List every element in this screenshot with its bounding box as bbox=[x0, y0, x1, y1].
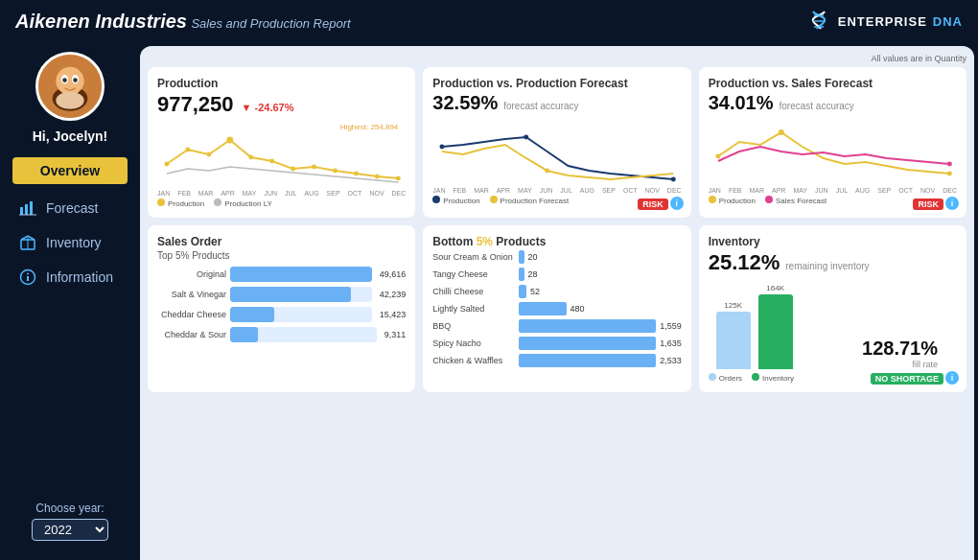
greeting: Hi, Jocelyn! bbox=[33, 128, 108, 144]
svg-point-31 bbox=[396, 175, 401, 180]
logo: ENTERPRISE DNA bbox=[805, 8, 963, 35]
inv-bar-orders-label: 125K bbox=[724, 301, 742, 310]
sidebar-item-forecast[interactable]: Forecast bbox=[17, 198, 123, 219]
chart-icon bbox=[17, 198, 38, 219]
so-val-original: 49,616 bbox=[380, 269, 407, 279]
bp-rows: Sour Cream & Onion 20 Tangy Cheese 28 Ch… bbox=[432, 250, 681, 367]
svg-point-38 bbox=[947, 171, 952, 175]
so-fill-cs bbox=[230, 327, 258, 342]
so-title: Sales Order bbox=[157, 235, 406, 248]
svg-point-32 bbox=[440, 145, 445, 150]
svg-point-8 bbox=[62, 78, 67, 82]
svg-point-28 bbox=[333, 168, 338, 173]
bp-row-bbq: BBQ 1,559 bbox=[432, 319, 681, 333]
main-content: All values are in Quantity Production 97… bbox=[140, 46, 974, 560]
logo-dna: DNA bbox=[933, 14, 963, 29]
bp-row-cw: Chicken & Waffles 2,533 bbox=[432, 354, 681, 367]
so-label-cc: Cheddar Cheese bbox=[157, 310, 226, 319]
sidebar-item-inventory[interactable]: Inventory bbox=[17, 232, 123, 253]
inv-bar-inventory bbox=[758, 294, 793, 369]
so-row-sv: Salt & Vinegar 42,239 bbox=[157, 287, 406, 302]
year-select[interactable]: 2022 2021 2020 bbox=[32, 519, 108, 541]
pvs-info-icon[interactable]: i bbox=[945, 197, 959, 210]
svg-point-24 bbox=[248, 154, 253, 159]
svg-rect-13 bbox=[30, 201, 33, 215]
pvf-sub: forecast accuracy bbox=[503, 101, 578, 111]
pvs-value: 34.01% bbox=[709, 92, 774, 114]
production-change: ▼ -24.67% bbox=[242, 102, 294, 113]
so-row-original: Original 49,616 bbox=[157, 267, 406, 282]
so-fill-original bbox=[230, 267, 372, 282]
info-circle-icon bbox=[17, 267, 38, 288]
inv-info-icon[interactable]: i bbox=[945, 371, 959, 385]
pvf-info-icon[interactable]: i bbox=[670, 197, 684, 210]
so-val-cs: 9,311 bbox=[384, 330, 407, 339]
pvs-title: Production vs. Sales Forecast bbox=[709, 77, 957, 90]
production-months: JANFEBMARAPRMAYJUNJULAUGSEPOCTNOVDEC bbox=[157, 190, 406, 197]
svg-point-23 bbox=[226, 137, 233, 144]
svg-point-27 bbox=[312, 164, 316, 169]
svg-point-26 bbox=[291, 166, 295, 171]
bp-row-chc: Chilli Cheese 52 bbox=[432, 285, 681, 298]
dna-icon bbox=[805, 8, 832, 35]
bottom-cards-row: Sales Order Top 5% Products Original 49,… bbox=[148, 225, 966, 392]
production-legend: Production Production LY bbox=[157, 198, 406, 208]
bp-row-tc: Tangy Cheese 28 bbox=[432, 268, 681, 281]
svg-point-30 bbox=[375, 174, 380, 178]
svg-rect-12 bbox=[25, 204, 28, 215]
bp-row-ls: Lightly Salted 480 bbox=[432, 302, 681, 315]
inventory-label: Inventory bbox=[46, 235, 102, 250]
svg-point-34 bbox=[671, 176, 676, 181]
bottom-products-card: Bottom 5% Products Sour Cream & Onion 20… bbox=[423, 225, 690, 392]
inv-value: 25.12% bbox=[709, 250, 780, 275]
svg-point-25 bbox=[269, 158, 274, 163]
inv-title: Inventory bbox=[709, 235, 957, 248]
pvf-value: 32.59% bbox=[432, 92, 498, 114]
so-track-sv bbox=[230, 287, 372, 302]
svg-point-20 bbox=[164, 161, 169, 166]
so-val-sv: 42,239 bbox=[380, 290, 407, 299]
so-label-original: Original bbox=[157, 269, 226, 279]
svg-point-36 bbox=[778, 129, 783, 135]
so-row-cc: Cheddar Cheese 15,423 bbox=[157, 307, 406, 322]
so-track-original bbox=[230, 267, 372, 282]
nav-overview[interactable]: Overview bbox=[12, 157, 128, 184]
pvf-title: Production vs. Production Forecast bbox=[432, 77, 681, 90]
brand-title: Aikenen Industries Sales and Production … bbox=[15, 11, 351, 33]
prod-vs-forecast-card: Production vs. Production Forecast 32.59… bbox=[423, 67, 690, 218]
so-fill-cc bbox=[230, 307, 274, 322]
svg-point-39 bbox=[947, 161, 952, 166]
bp-row-sco: Sour Cream & Onion 20 bbox=[432, 250, 681, 264]
sales-order-card: Sales Order Top 5% Products Original 49,… bbox=[148, 225, 415, 392]
svg-point-21 bbox=[185, 148, 190, 152]
top-cards-row: Production 977,250 ▼ -24.67% Highest: 25… bbox=[148, 67, 966, 218]
so-label-sv: Salt & Vinegar bbox=[157, 290, 226, 299]
forecast-label: Forecast bbox=[46, 200, 98, 216]
brand-name: Aikenen Industries bbox=[15, 11, 187, 32]
pvf-months: JANFEBMARAPRMAYJUNJULAUGSEPOCTNOVDEC bbox=[432, 187, 681, 194]
pvf-chart bbox=[432, 118, 681, 185]
pvs-sub: forecast accuracy bbox=[780, 101, 854, 111]
inventory-card: Inventory 25.12% remaining inventory 125… bbox=[699, 225, 966, 392]
highest-label: Highest: 254,894 bbox=[340, 123, 399, 131]
report-subtitle: Sales and Production Report bbox=[191, 16, 350, 31]
disclaimer: All values are in Quantity bbox=[148, 54, 966, 63]
so-subtitle: Top 5% Products bbox=[157, 250, 406, 261]
prod-vs-sales-card: Production vs. Sales Forecast 34.01% for… bbox=[699, 67, 966, 218]
bp-title: Bottom 5% Products bbox=[432, 235, 681, 248]
sidebar-item-information[interactable]: Information bbox=[17, 267, 123, 288]
so-track-cs bbox=[230, 327, 377, 342]
production-chart: Highest: 254,894 bbox=[157, 121, 406, 188]
year-label: Choose year: bbox=[32, 502, 108, 515]
fill-rate-value: 128.71% bbox=[862, 338, 938, 360]
production-card: Production 977,250 ▼ -24.67% Highest: 25… bbox=[148, 67, 415, 218]
logo-enterprise: ENTERPRISE bbox=[838, 14, 927, 29]
year-section: Choose year: 2022 2021 2020 bbox=[32, 502, 108, 541]
so-track-cc bbox=[230, 307, 372, 322]
svg-point-35 bbox=[546, 168, 550, 173]
sidebar: Hi, Jocelyn! Overview Forecast Inventory… bbox=[0, 42, 140, 560]
header: Aikenen Industries Sales and Production … bbox=[0, 0, 978, 42]
so-val-cc: 15,423 bbox=[380, 310, 407, 319]
fill-rate-label: fill rate bbox=[862, 360, 938, 369]
box-icon bbox=[17, 232, 38, 253]
